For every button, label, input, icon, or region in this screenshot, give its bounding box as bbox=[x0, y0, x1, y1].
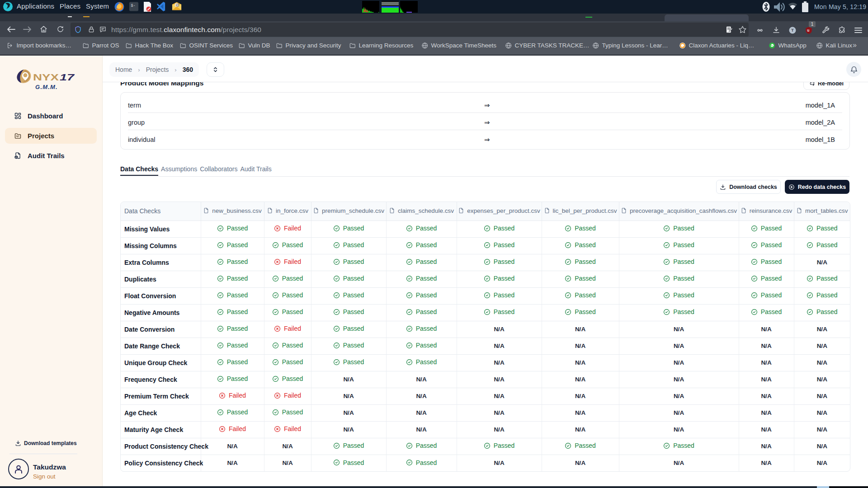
svg-text:u: u bbox=[807, 28, 809, 33]
svg-text:@: @ bbox=[175, 3, 179, 7]
svg-text:17: 17 bbox=[60, 72, 75, 82]
svg-text:NYX: NYX bbox=[33, 72, 59, 82]
svg-text:T: T bbox=[791, 28, 794, 33]
svg-text:$-: $- bbox=[131, 4, 136, 8]
